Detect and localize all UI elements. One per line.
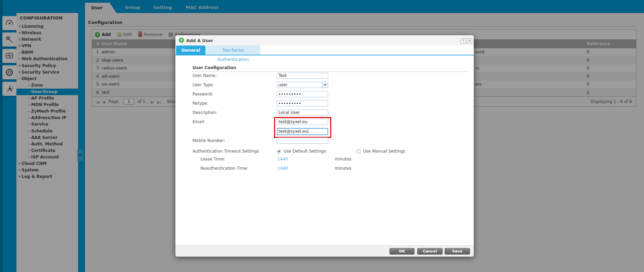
tab-underline (175, 55, 474, 55)
email-highlight-annotation (274, 117, 331, 138)
help-button[interactable]: ? (461, 38, 466, 43)
user-type-value: user (278, 82, 287, 87)
app-screen: User Group Setting MAC Address CONFIGURA… (0, 0, 644, 272)
ok-button[interactable]: OK (389, 248, 414, 255)
mobile-number-field[interactable] (277, 138, 328, 144)
user-name-field[interactable] (277, 73, 328, 79)
use-manual-settings-label: Use Manual Settings (363, 149, 405, 154)
dialog-tabs: General Two-factor Authentication (175, 46, 474, 55)
description-field[interactable] (277, 109, 328, 116)
password-field[interactable] (277, 91, 328, 97)
reauthentication-time-unit: minutes (335, 166, 351, 171)
user-type-select[interactable]: user (277, 82, 328, 88)
cancel-button[interactable]: Cancel (417, 248, 443, 255)
use-default-settings-label: Use Default Settings (284, 149, 326, 154)
dialog-titlebar: + Add A User ? ✕ (175, 35, 474, 46)
user-configuration-heading: User Configuration (193, 65, 236, 70)
radio-use-manual-settings[interactable] (356, 149, 361, 154)
password-label: Password: (193, 92, 213, 96)
radio-use-default-settings[interactable] (277, 149, 281, 154)
save-button[interactable]: Save (445, 248, 470, 255)
user-type-label: User Type: (193, 82, 214, 87)
tab-general[interactable]: General (176, 46, 206, 55)
reauthentication-time-value: 1440 (277, 166, 288, 171)
close-button[interactable]: ✕ (467, 38, 472, 43)
lease-time-unit: minutes (335, 157, 351, 161)
retype-label: Retype: (193, 101, 208, 106)
email-label: Email: (193, 119, 205, 124)
dialog-footer: OK Cancel Save (175, 245, 474, 257)
lease-time-label: Lease Time: (200, 157, 225, 161)
add-icon: + (179, 38, 184, 43)
lease-time-value: 1440 (277, 157, 288, 161)
retype-field[interactable] (277, 100, 328, 106)
description-label: Description: (193, 110, 217, 115)
mobile-number-label: Mobile Number: (193, 138, 225, 143)
user-name-label: User Name : (193, 73, 218, 78)
user-configuration-divider (192, 72, 469, 72)
auth-timeout-label: Authentication Timeout Settings (193, 149, 259, 154)
add-user-dialog: + Add A User ? ✕ General Two-factor Auth… (175, 35, 474, 257)
dialog-title: Add A User (186, 38, 213, 43)
reauthentication-time-label: Reauthentication Time: (200, 166, 248, 171)
chevron-down-icon[interactable] (322, 82, 328, 88)
tab-two-factor-authentication[interactable]: Two-factor Authentication (206, 46, 260, 55)
